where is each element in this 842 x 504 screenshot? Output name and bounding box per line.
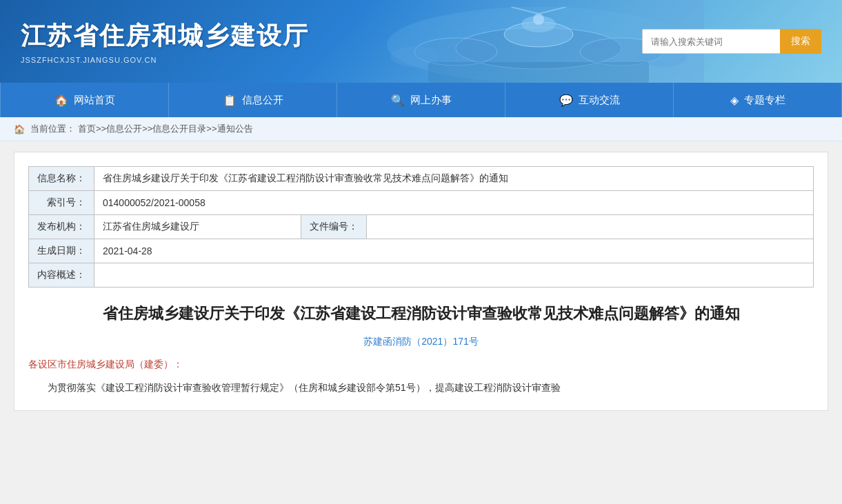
info-table: 信息名称： 省住房城乡建设厅关于印发《江苏省建设工程消防设计审查验收常见技术难点… (28, 166, 814, 288)
value-summary (94, 263, 814, 288)
site-title: 江苏省住房和城乡建设厅 (21, 19, 309, 53)
article-title: 省住房城乡建设厅关于印发《江苏省建设工程消防设计审查验收常见技术难点问题解答》的… (70, 301, 772, 325)
search-input[interactable] (642, 29, 780, 54)
main-content: 信息名称： 省住房城乡建设厅关于印发《江苏省建设工程消防设计审查验收常见技术难点… (14, 152, 828, 411)
nav-item-info[interactable]: 📋 信息公开 (169, 83, 337, 117)
site-header: 江苏省住房和城乡建设厅 JSSZFHCXJST.JIANGSU.GOV.CN (0, 0, 842, 83)
svg-point-8 (533, 14, 544, 25)
table-row: 信息名称： 省住房城乡建设厅关于印发《江苏省建设工程消防设计审查验收常见技术难点… (29, 167, 814, 191)
info-icon: 📋 (223, 94, 237, 107)
label-summary: 内容概述： (29, 263, 94, 288)
table-row: 发布机构： 江苏省住房城乡建设厅 文件编号： (29, 215, 814, 239)
nav-item-interact[interactable]: 💬 互动交流 (505, 83, 674, 117)
main-nav: 🏠 网站首页 📋 信息公开 🔍 网上办事 💬 互动交流 ◈ 专题专栏 (0, 83, 842, 117)
interact-icon: 💬 (559, 94, 573, 107)
label-publisher: 发布机构： (29, 215, 94, 239)
value-publisher: 江苏省住房城乡建设厅 (94, 215, 301, 239)
search-button[interactable]: 搜索 (780, 29, 821, 54)
label-file-number: 文件编号： (301, 215, 367, 239)
breadcrumb-prefix: 当前位置： (30, 123, 75, 135)
nav-label-special: 专题专栏 (744, 94, 785, 107)
search-form: 搜索 (642, 29, 821, 54)
article-body: 为贯彻落实《建设工程消防设计审查验收管理暂行规定》（住房和城乡建设部令第51号）… (28, 379, 814, 396)
nav-item-special[interactable]: ◈ 专题专栏 (674, 83, 842, 117)
nav-label-online: 网上办事 (410, 94, 452, 107)
header-branding: 江苏省住房和城乡建设厅 JSSZFHCXJST.JIANGSU.GOV.CN (21, 19, 309, 64)
article-recipients: 各设区市住房城乡建设局（建委）： (28, 359, 814, 371)
online-icon: 🔍 (391, 94, 405, 107)
breadcrumb-home-icon: 🏠 (14, 124, 25, 134)
value-index: 014000052/2021-00058 (94, 191, 814, 215)
nav-item-home[interactable]: 🏠 网站首页 (0, 83, 169, 117)
special-icon: ◈ (730, 94, 739, 107)
table-row: 生成日期： 2021-04-28 (29, 239, 814, 263)
breadcrumb: 🏠 当前位置： 首页>>信息公开>>信息公开目录>>通知公告 (0, 117, 842, 141)
home-icon: 🏠 (54, 94, 68, 107)
nav-label-info: 信息公开 (242, 94, 283, 107)
nav-label-home: 网站首页 (74, 94, 115, 107)
nav-item-online[interactable]: 🔍 网上办事 (337, 83, 505, 117)
breadcrumb-path[interactable]: 首页>>信息公开>>信息公开目录>>通知公告 (78, 123, 253, 135)
table-row: 索引号： 014000052/2021-00058 (29, 191, 814, 215)
nav-label-interact: 互动交流 (579, 94, 620, 107)
value-date: 2021-04-28 (94, 239, 814, 263)
article-doc-number: 苏建函消防（2021）171号 (28, 336, 814, 348)
value-info-name: 省住房城乡建设厅关于印发《江苏省建设工程消防设计审查验收常见技术难点问题解答》的… (94, 167, 814, 191)
site-url: JSSZFHCXJST.JIANGSU.GOV.CN (21, 56, 309, 64)
value-file-number (367, 215, 814, 239)
label-date: 生成日期： (29, 239, 94, 263)
label-info-name: 信息名称： (29, 167, 94, 191)
table-row: 内容概述： (29, 263, 814, 288)
svg-rect-11 (428, 62, 649, 83)
label-index: 索引号： (29, 191, 94, 215)
